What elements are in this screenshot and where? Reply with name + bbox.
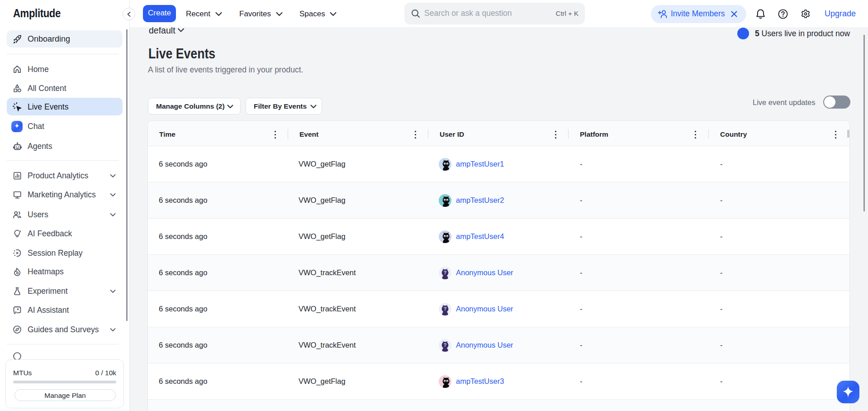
- svg-text:?: ?: [443, 342, 446, 348]
- svg-text:?: ?: [443, 270, 446, 275]
- svg-text:?: ?: [443, 306, 446, 311]
